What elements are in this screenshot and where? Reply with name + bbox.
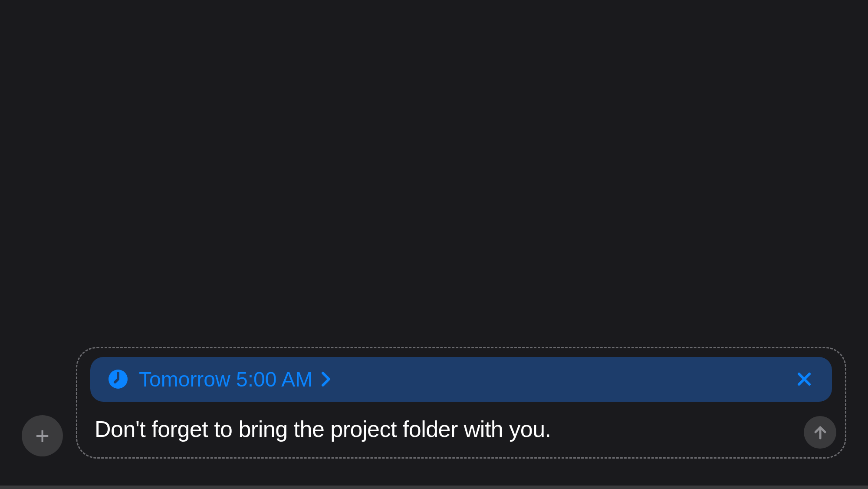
- add-attachment-button[interactable]: +: [22, 415, 63, 456]
- arrow-up-icon: [812, 424, 829, 441]
- close-icon: [796, 371, 812, 387]
- schedule-time-label: Tomorrow 5:00 AM: [139, 367, 312, 391]
- message-text-input[interactable]: Don't forget to bring the project folder…: [90, 414, 832, 444]
- schedule-time-button[interactable]: Tomorrow 5:00 AM: [139, 367, 783, 391]
- bottom-divider: [0, 486, 868, 489]
- message-input-container[interactable]: Tomorrow 5:00 AM Don't forget to bring t…: [76, 347, 846, 459]
- send-button[interactable]: [804, 416, 836, 449]
- chevron-right-icon: [321, 371, 331, 387]
- compose-area: + Tomorrow 5:00 AM: [0, 347, 868, 459]
- schedule-banner[interactable]: Tomorrow 5:00 AM: [90, 357, 832, 402]
- plus-icon: +: [35, 424, 49, 448]
- cancel-schedule-button[interactable]: [794, 369, 815, 390]
- clock-icon: [108, 369, 128, 390]
